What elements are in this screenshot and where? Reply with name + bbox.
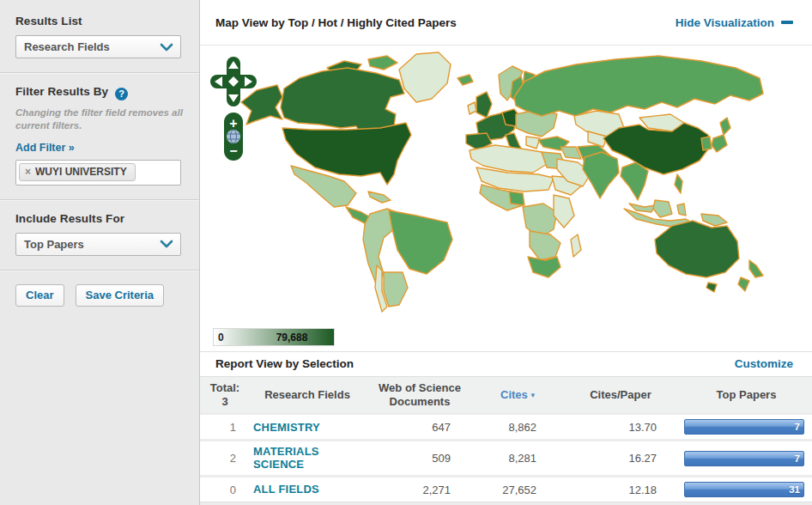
map-region-uk[interactable] — [476, 92, 492, 118]
field-link[interactable]: CHEMISTRY — [253, 422, 320, 434]
zoom-in-button[interactable]: + — [229, 116, 237, 131]
rank-cell: 2 — [200, 441, 250, 477]
top-papers-bar: 7 — [684, 451, 804, 466]
map-region-japan[interactable] — [712, 135, 727, 152]
map-region-arctic-islands[interactable] — [368, 56, 397, 70]
column-header-cites[interactable]: Cites ▾ — [475, 377, 561, 414]
column-header-cites-per-paper[interactable]: Cites/Paper — [561, 377, 681, 414]
map-region-new-zealand[interactable] — [738, 277, 749, 291]
hide-visualization-label: Hide Visualization — [676, 16, 774, 29]
sort-caret-icon: ▾ — [530, 391, 535, 399]
chevron-down-icon — [160, 43, 173, 52]
customize-link[interactable]: Customize — [735, 357, 793, 370]
map-region-iceland[interactable] — [458, 75, 473, 85]
map-region-nigeria[interactable] — [509, 192, 524, 205]
top-papers-value: 7 — [795, 422, 803, 432]
rank-cell: 0 — [200, 477, 250, 502]
map-legend-bar: 0 79,688 — [213, 328, 335, 346]
cites-cell: 8,862 — [475, 414, 561, 441]
map-region-china[interactable] — [603, 123, 710, 174]
chevron-down-icon — [160, 240, 173, 248]
map-region-japan[interactable] — [720, 118, 730, 135]
map-region-southeast-asia[interactable] — [621, 162, 648, 200]
sidebar-actions: Clear Save Criteria — [0, 270, 199, 320]
globe-icon[interactable] — [227, 130, 240, 143]
save-criteria-button[interactable]: Save Criteria — [76, 284, 165, 307]
map-region-brazil[interactable] — [389, 210, 452, 274]
world-map[interactable]: + − — [200, 46, 810, 329]
include-results-dropdown[interactable]: Top Papers — [15, 233, 181, 256]
map-region-india[interactable] — [583, 152, 619, 198]
rank-cell: 1 — [200, 414, 250, 441]
results-list-value: Research Fields — [24, 40, 110, 53]
top-papers-value: 31 — [789, 484, 803, 495]
column-header-research-fields[interactable]: Research Fields — [250, 377, 365, 414]
map-region-south-africa[interactable] — [528, 257, 561, 277]
results-list-section: Results List Research Fields — [0, 0, 199, 72]
table-row: 2 MATERIALS SCIENCE 509 8,281 16.27 7 — [200, 441, 812, 477]
map-region-sulawesi[interactable] — [677, 204, 686, 216]
map-area: + − 0 79,688 — [200, 46, 812, 350]
table-row: 1 CHEMISTRY 647 8,862 13.70 7 — [200, 414, 812, 441]
top-papers-cell: 7 — [681, 414, 812, 441]
map-region-argentina[interactable] — [384, 272, 408, 307]
map-region-east-africa[interactable] — [554, 195, 574, 228]
map-region-greenland[interactable] — [399, 52, 451, 102]
include-results-heading: Include Results For — [15, 212, 184, 225]
minus-icon — [781, 21, 793, 24]
top-papers-cell: 31 — [681, 477, 812, 502]
total-header: Total: 3 — [200, 377, 250, 414]
column-header-documents[interactable]: Web of Science Documents — [365, 377, 475, 414]
field-link[interactable]: ALL FIELDS — [253, 484, 319, 496]
filter-tag[interactable]: × WUYI UNIVERSITY — [19, 163, 136, 181]
map-region-alaska[interactable] — [241, 85, 282, 125]
hide-visualization-link[interactable]: Hide Visualization — [676, 16, 793, 29]
map-region-caribbean[interactable] — [368, 192, 391, 203]
question-icon[interactable]: ? — [115, 88, 128, 100]
map-region-korea[interactable] — [701, 137, 712, 150]
map-region-malaysia[interactable] — [629, 204, 655, 212]
filter-section: Filter Results By ? Changing the filter … — [0, 72, 199, 199]
column-header-top-papers[interactable]: Top Papers — [681, 377, 812, 414]
map-zoom-control[interactable]: + − — [224, 113, 243, 161]
filter-heading-row: Filter Results By ? — [15, 85, 184, 100]
map-region-borneo[interactable] — [653, 200, 672, 217]
map-region-balkans[interactable] — [526, 137, 540, 149]
map-region-russia[interactable] — [514, 56, 763, 116]
map-region-ireland[interactable] — [468, 102, 476, 114]
filter-box[interactable]: × WUYI UNIVERSITY — [15, 160, 181, 186]
map-region-madagascar[interactable] — [571, 234, 581, 257]
field-cell: ALL FIELDS — [250, 477, 365, 502]
map-view-title: Map View by Top / Hot / Highly Cited Pap… — [215, 16, 457, 29]
map-region-new-zealand[interactable] — [749, 260, 763, 277]
sidebar: Results List Research Fields Filter Resu… — [0, 0, 200, 505]
top-papers-bar: 31 — [684, 482, 804, 497]
zoom-out-button[interactable]: − — [229, 143, 237, 158]
cites-cell: 27,652 — [475, 477, 561, 502]
map-region-southern-africa[interactable] — [530, 231, 561, 260]
field-link[interactable]: MATERIALS SCIENCE — [253, 446, 361, 471]
remove-filter-icon[interactable]: × — [25, 167, 31, 177]
esi-window: Results List Research Fields Filter Resu… — [0, 0, 812, 505]
filter-tag-label: WUYI UNIVERSITY — [35, 166, 127, 178]
table-row: 0 ALL FIELDS 2,271 27,652 12.18 31 — [200, 477, 812, 502]
map-region-australia[interactable] — [655, 221, 739, 277]
results-table: Total: 3 Research Fields Web of Science … — [200, 377, 812, 502]
map-region-tasmania[interactable] — [706, 283, 717, 292]
results-list-heading: Results List — [15, 15, 184, 27]
documents-cell: 2,271 — [365, 477, 475, 502]
add-filter-link[interactable]: Add Filter » — [15, 142, 75, 154]
include-results-section: Include Results For Top Papers — [0, 199, 199, 270]
filter-note: Changing the filter field removes all cu… — [15, 106, 184, 132]
report-header: Report View by Selection Customize — [200, 351, 812, 378]
cites-sort-link[interactable]: Cites — [500, 388, 528, 401]
table-header-row: Total: 3 Research Fields Web of Science … — [200, 377, 812, 414]
report-view-title: Report View by Selection — [215, 357, 354, 370]
map-region-philippines[interactable] — [675, 174, 682, 193]
clear-button[interactable]: Clear — [15, 284, 64, 307]
cites-per-paper-cell: 16.27 — [561, 441, 681, 477]
legend-min-value: 0 — [218, 332, 224, 344]
total-value: 3 — [203, 395, 246, 409]
results-list-dropdown[interactable]: Research Fields — [15, 35, 181, 58]
map-region-new-guinea[interactable] — [701, 214, 727, 226]
